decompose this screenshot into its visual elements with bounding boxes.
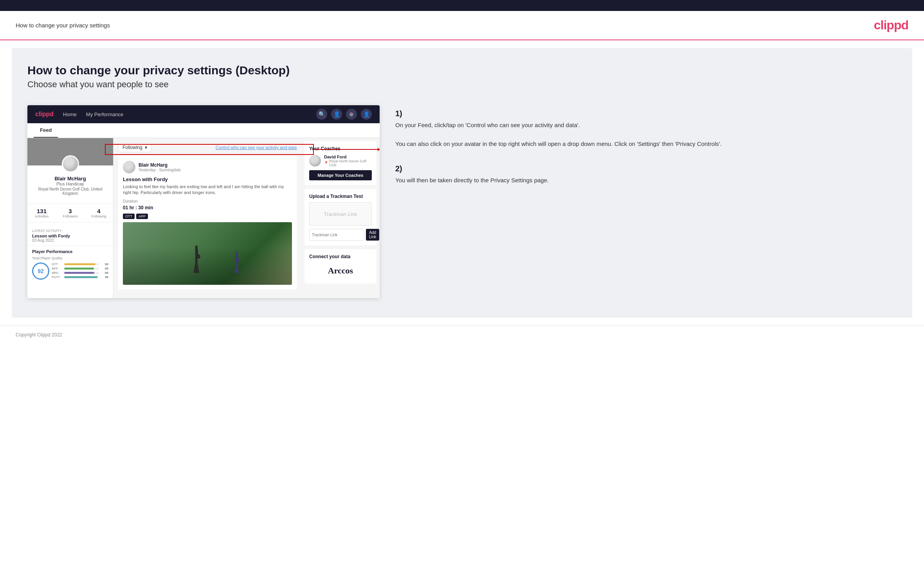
- page-subheading: Choose what you want people to see: [27, 79, 897, 90]
- trackman-placeholder-text: Trackman Link: [324, 211, 357, 217]
- location-icon: 📍: [324, 161, 328, 165]
- add-icon[interactable]: ⊕: [346, 109, 357, 120]
- following-button[interactable]: Following ▾: [118, 143, 151, 152]
- avatar-image: [63, 156, 78, 171]
- instruction-1-text: On your Feed, click/tap on 'Control who …: [395, 120, 897, 149]
- coaches-card: Your Coaches David Ford 📍 Royal North De…: [304, 141, 376, 185]
- post-description: Looking to feel like my hands are exitin…: [123, 184, 292, 196]
- trackman-title: Upload a Trackman Test: [309, 194, 372, 199]
- instruction-1-num: 1): [395, 109, 897, 118]
- instructions-panel: 1) On your Feed, click/tap on 'Control w…: [395, 105, 897, 205]
- instruction-2-text: You will then be taken directly to the P…: [395, 176, 897, 185]
- post-user-name: Blair McHarg: [139, 162, 181, 168]
- stat-following: 4 Following: [85, 208, 113, 218]
- post-user-info: Blair McHarg Yesterday · Sunningdale: [139, 162, 181, 172]
- player-performance: Player Performance Total Player Quality …: [27, 246, 113, 284]
- sidebar-avatar: [62, 155, 79, 173]
- control-privacy-link[interactable]: Control who can see your activity and da…: [216, 145, 297, 150]
- coach-club: 📍 Royal North Devon Golf Club: [324, 159, 372, 167]
- coaches-title: Your Coaches: [309, 146, 372, 151]
- top-bar: [0, 0, 924, 11]
- quality-row: 92 OTT 90 APP 85: [32, 262, 108, 280]
- post-user-location: Yesterday · Sunningdale: [139, 168, 181, 172]
- total-quality-label: Total Player Quality: [32, 256, 108, 260]
- post-title: Lesson with Fordy: [123, 176, 292, 182]
- stat-followers: 3 Followers: [56, 208, 85, 218]
- manage-coaches-button[interactable]: Manage Your Coaches: [309, 170, 372, 180]
- post-tags: OTT APP: [123, 214, 292, 219]
- stat-following-label: Following: [85, 214, 113, 218]
- stat-activities-value: 131: [27, 208, 56, 214]
- app-nav-logo: clippd: [35, 111, 54, 118]
- trackman-placeholder: Trackman Link: [309, 202, 372, 226]
- tag-ott: OTT: [123, 214, 135, 219]
- instruction-1: 1) On your Feed, click/tap on 'Control w…: [395, 109, 897, 149]
- feed-post: Blair McHarg Yesterday · Sunningdale Les…: [118, 156, 297, 289]
- post-duration-label: Duration: [123, 199, 292, 203]
- sidebar-handicap: Plus Handicap: [31, 182, 109, 186]
- feed-header: Following ▾ Control who can see your act…: [118, 143, 297, 152]
- instruction-2-num: 2): [395, 164, 897, 173]
- sidebar-profile-info: Blair McHarg Plus Handicap Royal North D…: [27, 176, 113, 200]
- player-perf-title: Player Performance: [32, 249, 108, 254]
- app-right-panel: Your Coaches David Ford 📍 Royal North De…: [301, 138, 380, 298]
- coach-row: David Ford 📍 Royal North Devon Golf Club: [309, 155, 372, 167]
- footer: Copyright Clippd 2022: [0, 325, 924, 344]
- feed-tab-bar: Feed: [27, 123, 380, 138]
- clippd-logo: clippd: [874, 18, 908, 32]
- bar-ott: OTT 90: [52, 262, 108, 266]
- chevron-down-icon: ▾: [145, 145, 147, 150]
- header: How to change your privacy settings clip…: [0, 11, 924, 40]
- main-content: How to change your privacy settings (Des…: [12, 48, 912, 318]
- app-body: Blair McHarg Plus Handicap Royal North D…: [27, 138, 380, 298]
- sidebar-latest: Latest Activity Lesson with Fordy 03 Aug…: [27, 226, 113, 246]
- post-duration-value: 01 hr : 30 min: [123, 205, 292, 210]
- coach-info: David Ford 📍 Royal North Devon Golf Club: [324, 155, 372, 167]
- post-user-avatar: [123, 161, 135, 173]
- feed-tab[interactable]: Feed: [34, 123, 58, 138]
- tag-app: APP: [136, 214, 148, 219]
- bar-arg: ARG 86: [52, 271, 108, 275]
- sidebar-stats: 131 Activities 3 Followers 4 Following: [27, 203, 113, 223]
- stat-activities: 131 Activities: [27, 208, 56, 218]
- two-col-layout: clippd Home My Performance 🔍 👤 ⊕ 👤 Feed: [27, 105, 897, 298]
- user-icon[interactable]: 👤: [331, 109, 342, 120]
- bar-app: APP 85: [52, 267, 108, 270]
- image-overlay: [123, 222, 292, 285]
- latest-activity-name: Lesson with Fordy: [32, 234, 108, 238]
- quality-score: 92: [32, 262, 49, 280]
- following-label: Following: [122, 145, 142, 150]
- stat-followers-label: Followers: [56, 214, 85, 218]
- quality-bars: OTT 90 APP 85 ARG: [52, 262, 108, 280]
- arccos-logo: Arccos: [309, 262, 372, 279]
- add-link-button[interactable]: Add Link: [366, 229, 379, 241]
- latest-activity-date: 03 Aug 2022: [32, 238, 108, 243]
- app-feed: Following ▾ Control who can see your act…: [113, 138, 301, 298]
- nav-link-performance[interactable]: My Performance: [86, 111, 123, 117]
- trackman-card: Upload a Trackman Test Trackman Link Add…: [304, 189, 376, 245]
- avatar-icon[interactable]: 👤: [361, 109, 372, 120]
- app-nav: clippd Home My Performance 🔍 👤 ⊕ 👤: [27, 105, 380, 123]
- sidebar-club: Royal North Devon Golf Club, United King…: [31, 187, 109, 196]
- app-sidebar: Blair McHarg Plus Handicap Royal North D…: [27, 138, 113, 298]
- stat-activities-label: Activities: [27, 214, 56, 218]
- post-image: [123, 222, 292, 285]
- coach-name: David Ford: [324, 155, 372, 159]
- page-heading: How to change your privacy settings (Des…: [27, 64, 897, 77]
- latest-activity-label: Latest Activity: [32, 229, 108, 233]
- trackman-input-row: Add Link: [309, 229, 372, 241]
- connect-title: Connect your data: [309, 254, 372, 259]
- connect-data-card: Connect your data Arccos: [304, 249, 376, 284]
- trackman-link-input[interactable]: [309, 229, 364, 241]
- sidebar-cover: [27, 138, 113, 165]
- search-icon[interactable]: 🔍: [316, 109, 327, 120]
- sidebar-user-name: Blair McHarg: [31, 176, 109, 182]
- app-screenshot: clippd Home My Performance 🔍 👤 ⊕ 👤 Feed: [27, 105, 380, 298]
- nav-link-home[interactable]: Home: [63, 111, 77, 117]
- stat-followers-value: 3: [56, 208, 85, 214]
- post-user-row: Blair McHarg Yesterday · Sunningdale: [123, 161, 292, 173]
- stat-following-value: 4: [85, 208, 113, 214]
- app-nav-right: 🔍 👤 ⊕ 👤: [316, 109, 372, 120]
- instruction-2: 2) You will then be taken directly to th…: [395, 164, 897, 185]
- copyright-text: Copyright Clippd 2022: [16, 332, 62, 338]
